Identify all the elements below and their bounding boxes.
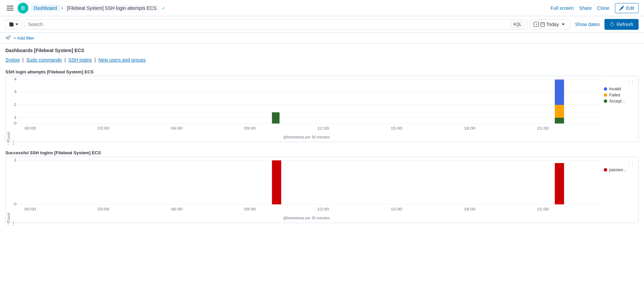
breadcrumb-current: [Filebeat System] SSH login attempts ECS — [65, 5, 159, 12]
legend-item-failed: Failed — [604, 93, 634, 97]
legend-item-password: passwo... — [604, 167, 634, 172]
app-icon[interactable]: D — [18, 3, 28, 14]
legend-label-password: passwo... — [609, 167, 626, 172]
svg-text:00:00: 00:00 — [24, 126, 36, 130]
filter-bar: KQL Today Show dates Refresh — [0, 16, 644, 33]
svg-text:0: 0 — [14, 121, 17, 125]
svg-text:03:00: 03:00 — [98, 126, 109, 130]
svg-text:09:00: 09:00 — [244, 126, 256, 130]
chart-title-1: SSH login attempts [Filebeat System] ECS — [5, 69, 639, 74]
svg-text:03:00: 03:00 — [98, 207, 109, 211]
legend-label-failed: Failed — [609, 93, 620, 97]
legend-label-accepted: Accept... — [609, 99, 625, 104]
svg-text:1: 1 — [14, 158, 17, 162]
svg-point-11 — [9, 36, 10, 38]
time-picker[interactable]: Today — [530, 19, 570, 29]
chart-xlabel-1: @timestamp per 30 minutes — [12, 134, 601, 142]
svg-rect-3 — [10, 25, 13, 26]
chart-controls-2[interactable]: ⋮⋮ — [5, 220, 16, 226]
nav-separator-3: | — [95, 57, 96, 63]
svg-point-12 — [7, 38, 9, 40]
fullscreen-button[interactable]: Full screen — [550, 5, 573, 11]
svg-text:09:00: 09:00 — [244, 207, 256, 211]
breadcrumb-separator: › — [61, 4, 63, 12]
kql-badge[interactable]: KQL — [511, 21, 524, 28]
chart-2: Count 1 0 00:00 03:00 06:00 09:00 12:00 — [5, 157, 639, 223]
svg-rect-40 — [555, 163, 564, 204]
nav-separator-2: | — [65, 57, 66, 63]
svg-text:06:00: 06:00 — [171, 126, 182, 130]
top-nav: D Dashboard › [Filebeat System] SSH logi… — [0, 0, 644, 16]
chart-1: Count 4 3 2 1 0 — [5, 76, 639, 142]
svg-rect-26 — [555, 118, 564, 123]
svg-text:06:00: 06:00 — [171, 207, 182, 211]
search-container: KQL — [25, 19, 527, 29]
filter-icon[interactable] — [5, 35, 11, 41]
nav-left: D Dashboard › [Filebeat System] SSH logi… — [5, 3, 166, 14]
dashboard-title: Dashboards [Filebeat System] ECS — [5, 48, 639, 53]
svg-text:3: 3 — [14, 90, 17, 94]
show-dates-button[interactable]: Show dates — [573, 20, 602, 29]
svg-text:15:00: 15:00 — [391, 207, 402, 211]
svg-text:2: 2 — [14, 103, 17, 107]
menu-button[interactable] — [5, 3, 15, 13]
legend-settings-1[interactable]: ⋮⋮ — [604, 80, 634, 84]
svg-rect-25 — [555, 105, 564, 118]
breadcrumb-home[interactable]: Dashboard — [31, 5, 60, 12]
refresh-label: Refresh — [617, 22, 633, 27]
nav-separator-1: | — [22, 57, 24, 63]
svg-rect-24 — [555, 80, 564, 105]
nav-right: Full screen Share Clone Edit — [550, 3, 639, 13]
svg-rect-6 — [541, 23, 545, 26]
edit-label: Edit — [626, 5, 634, 11]
legend-dot-failed — [604, 93, 607, 97]
svg-text:00:00: 00:00 — [24, 207, 36, 211]
y-axis-label-1: Count — [6, 76, 12, 142]
chart-legend-2: ⋮⋮ passwo... — [601, 157, 638, 223]
legend-dot-accepted — [604, 99, 607, 103]
search-input[interactable] — [28, 22, 511, 27]
legend-item-accepted: Accept... — [604, 99, 634, 104]
svg-rect-39 — [272, 160, 281, 204]
chart-xlabel-2: @timestamp per 30 minutes — [12, 215, 601, 223]
check-icon[interactable]: ✓ — [162, 5, 166, 11]
legend-settings-2[interactable]: ⋮⋮ — [604, 161, 634, 165]
svg-text:12:00: 12:00 — [317, 126, 329, 130]
svg-text:18:00: 18:00 — [464, 207, 475, 211]
svg-text:0: 0 — [14, 202, 17, 206]
nav-link-syslog[interactable]: Syslog — [5, 57, 20, 63]
legend-label-invalid: Invalid — [609, 87, 621, 91]
svg-text:12:00: 12:00 — [317, 207, 329, 211]
add-filter-button[interactable]: + Add filter — [14, 36, 34, 41]
legend-item-invalid: Invalid — [604, 87, 634, 91]
nav-link-users[interactable]: New users and groups — [98, 57, 146, 63]
svg-text:4: 4 — [14, 77, 17, 81]
svg-text:21:00: 21:00 — [537, 207, 549, 211]
legend-dot-invalid — [604, 87, 607, 91]
chart-section-2: Successful SSH logins [Filebeat System] … — [0, 148, 644, 223]
chart-legend-1: ⋮⋮ Invalid Failed Accept... — [601, 76, 638, 142]
y-axis-label-2: Count — [6, 157, 12, 223]
chart-title-2: Successful SSH logins [Filebeat System] … — [5, 150, 639, 155]
svg-text:18:00: 18:00 — [464, 126, 475, 130]
chart-controls-1[interactable]: ⋮⋮ — [5, 139, 16, 146]
svg-rect-0 — [7, 6, 14, 6]
svg-text:21:00: 21:00 — [537, 126, 549, 130]
edit-button[interactable]: Edit — [615, 3, 639, 13]
svg-text:1: 1 — [14, 115, 17, 119]
legend-dot-password — [604, 168, 607, 172]
refresh-button[interactable]: Refresh — [604, 19, 639, 30]
save-button[interactable] — [5, 20, 22, 29]
breadcrumb: Dashboard › [Filebeat System] SSH login … — [31, 4, 166, 12]
nav-link-ssh[interactable]: SSH logins — [68, 57, 92, 63]
add-filter-row: + Add filter — [0, 33, 644, 44]
nav-link-sudo[interactable]: Sudo commands — [26, 57, 62, 63]
share-button[interactable]: Share — [579, 5, 592, 11]
svg-rect-1 — [7, 8, 14, 8]
svg-text:15:00: 15:00 — [391, 126, 402, 130]
clone-button[interactable]: Clone — [597, 5, 610, 11]
chart-section-1: SSH login attempts [Filebeat System] ECS… — [0, 67, 644, 142]
dashboard-title-bar: Dashboards [Filebeat System] ECS — [0, 44, 644, 53]
svg-rect-2 — [7, 10, 14, 10]
nav-links: Syslog | Sudo commands | SSH logins | Ne… — [0, 56, 644, 67]
